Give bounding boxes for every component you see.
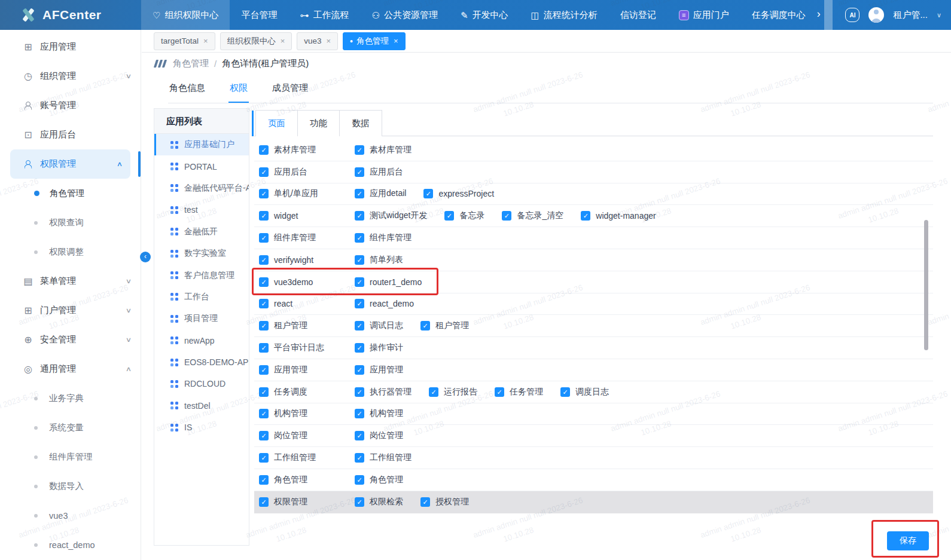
nav-overflow-arrow-icon[interactable]: › bbox=[817, 8, 822, 22]
checkbox-checked-icon[interactable]: ✓ bbox=[259, 321, 269, 331]
vertical-scrollbar-thumb[interactable] bbox=[924, 220, 928, 350]
topnav-item[interactable]: ✎ 开发中心 bbox=[449, 0, 520, 30]
topnav-item[interactable]: 信访登记 bbox=[609, 0, 667, 30]
checkbox-checked-icon[interactable]: ✓ bbox=[259, 167, 269, 177]
checkbox-checked-icon[interactable]: ✓ bbox=[355, 453, 364, 463]
checkbox-checked-icon[interactable]: ✓ bbox=[259, 277, 269, 287]
sidebar-item[interactable]: 账号管理 bbox=[0, 91, 141, 120]
checkbox-checked-icon[interactable]: ✓ bbox=[355, 387, 364, 397]
tab[interactable]: • vue3 × bbox=[297, 32, 338, 50]
user-menu-chevron-down-icon[interactable]: ∨ bbox=[937, 11, 941, 19]
checkbox-checked-icon[interactable]: ✓ bbox=[355, 321, 364, 331]
checkbox-checked-icon[interactable]: ✓ bbox=[259, 409, 269, 418]
checkbox-checked-icon[interactable]: ✓ bbox=[355, 211, 364, 221]
sidebar-item[interactable]: react_demo bbox=[0, 530, 141, 559]
sidebar-item[interactable]: ▤ 菜单管理 ∨ bbox=[0, 267, 141, 296]
checkbox-checked-icon[interactable]: ✓ bbox=[259, 453, 269, 463]
checkbox-checked-icon[interactable]: ✓ bbox=[259, 343, 269, 353]
checkbox-checked-icon[interactable]: ✓ bbox=[423, 189, 433, 198]
checkbox-checked-icon[interactable]: ✓ bbox=[581, 211, 590, 221]
checkbox-checked-icon[interactable]: ✓ bbox=[259, 145, 269, 155]
application-item[interactable]: 工作台 bbox=[154, 286, 249, 308]
checkbox-checked-icon[interactable]: ✓ bbox=[259, 189, 269, 198]
application-item[interactable]: 客户信息管理 bbox=[154, 264, 249, 286]
application-item[interactable]: 项目管理 bbox=[154, 308, 249, 329]
detail-tab[interactable]: 权限 bbox=[228, 78, 249, 103]
user-name[interactable]: 租户管... bbox=[893, 10, 928, 21]
checkbox-checked-icon[interactable]: ✓ bbox=[420, 497, 430, 507]
sidebar-item[interactable]: ⊡ 应用后台 bbox=[0, 120, 141, 149]
sidebar-item[interactable]: 组件库管理 bbox=[0, 442, 141, 472]
topnav-item[interactable]: ⊶ 工作流程 bbox=[288, 0, 360, 30]
application-item[interactable]: 数字实验室 bbox=[154, 243, 249, 264]
checkbox-checked-icon[interactable]: ✓ bbox=[355, 475, 364, 485]
application-item[interactable]: newApp bbox=[154, 330, 249, 351]
topnav-item[interactable]: ≡ 应用门户 bbox=[667, 0, 740, 30]
checkbox-checked-icon[interactable]: ✓ bbox=[355, 431, 364, 440]
tab-close-icon[interactable]: × bbox=[203, 36, 208, 45]
detail-tab[interactable]: 成员管理 bbox=[271, 78, 309, 103]
application-item[interactable]: test bbox=[154, 199, 249, 221]
permission-tab[interactable]: 数据 bbox=[340, 111, 382, 136]
topnav-item[interactable]: ◫ 流程统计分析 bbox=[519, 0, 608, 30]
checkbox-checked-icon[interactable]: ✓ bbox=[259, 497, 269, 507]
checkbox-checked-icon[interactable]: ✓ bbox=[355, 409, 364, 418]
ai-assistant-icon[interactable]: AI bbox=[845, 8, 859, 22]
tab-close-icon[interactable]: × bbox=[281, 36, 285, 45]
checkbox-checked-icon[interactable]: ✓ bbox=[259, 431, 269, 440]
checkbox-checked-icon[interactable]: ✓ bbox=[259, 233, 269, 243]
checkbox-checked-icon[interactable]: ✓ bbox=[355, 167, 364, 177]
breadcrumb-section[interactable]: 角色管理 bbox=[173, 58, 209, 69]
topnav-item[interactable]: ♡ 组织权限中心 bbox=[141, 0, 230, 30]
sidebar-item[interactable]: ⊞ 应用管理 bbox=[0, 32, 141, 62]
tab-close-icon[interactable]: × bbox=[327, 36, 331, 45]
user-avatar[interactable] bbox=[868, 7, 884, 23]
topnav-item[interactable]: 任务调度中心 bbox=[740, 0, 817, 30]
checkbox-checked-icon[interactable]: ✓ bbox=[355, 299, 364, 308]
checkbox-checked-icon[interactable]: ✓ bbox=[355, 145, 364, 155]
sidebar-item[interactable]: ◎ 通用管理 ∧ bbox=[0, 354, 141, 384]
application-item[interactable]: 金融低开 bbox=[154, 221, 249, 243]
application-item[interactable]: PORTAL bbox=[154, 155, 249, 177]
checkbox-checked-icon[interactable]: ✓ bbox=[355, 189, 364, 198]
application-item[interactable]: 金融低代码平台-AFC bbox=[154, 178, 249, 199]
checkbox-checked-icon[interactable]: ✓ bbox=[495, 387, 504, 397]
tab-close-icon[interactable]: × bbox=[394, 36, 398, 45]
checkbox-checked-icon[interactable]: ✓ bbox=[444, 211, 454, 221]
checkbox-checked-icon[interactable]: ✓ bbox=[259, 211, 269, 221]
topnav-item[interactable]: 平台管理 bbox=[230, 0, 288, 30]
checkbox-checked-icon[interactable]: ✓ bbox=[420, 321, 430, 331]
sidebar-collapse-button[interactable]: ‹ bbox=[140, 252, 151, 262]
sidebar-item[interactable]: 角色管理 bbox=[0, 179, 141, 208]
sidebar-item[interactable]: ◷ 组织管理 ∨ bbox=[0, 62, 141, 91]
permission-tab[interactable]: 页面 bbox=[256, 111, 298, 136]
application-item[interactable]: EOS8-DEMO-APP bbox=[154, 351, 249, 373]
checkbox-checked-icon[interactable]: ✓ bbox=[355, 343, 364, 353]
checkbox-checked-icon[interactable]: ✓ bbox=[259, 475, 269, 485]
tab[interactable]: • 组织权限中心 × bbox=[220, 32, 292, 50]
checkbox-checked-icon[interactable]: ✓ bbox=[355, 277, 364, 287]
checkbox-checked-icon[interactable]: ✓ bbox=[429, 387, 438, 397]
detail-tab[interactable]: 角色信息 bbox=[168, 78, 206, 103]
application-item[interactable]: 应用基础门户 bbox=[154, 134, 249, 155]
application-item[interactable]: IS bbox=[154, 417, 249, 438]
sidebar-item[interactable]: 权限调整 bbox=[0, 237, 141, 267]
sidebar-item[interactable]: vue3 bbox=[0, 501, 141, 530]
sidebar-item[interactable]: ⊞ 门户管理 ∨ bbox=[0, 296, 141, 325]
checkbox-checked-icon[interactable]: ✓ bbox=[259, 255, 269, 265]
sidebar-item[interactable]: 权限管理 ∧ bbox=[10, 149, 130, 179]
sidebar-item[interactable]: 业务字典 bbox=[0, 384, 141, 413]
sidebar-item[interactable]: ⊕ 安全管理 ∨ bbox=[0, 325, 141, 354]
topnav-item[interactable]: ⚇ 公共资源管理 bbox=[360, 0, 449, 30]
checkbox-checked-icon[interactable]: ✓ bbox=[259, 365, 269, 375]
application-item[interactable]: testDel bbox=[154, 395, 249, 417]
checkbox-checked-icon[interactable]: ✓ bbox=[502, 211, 511, 221]
tab[interactable]: • targetTotal × bbox=[154, 32, 215, 50]
app-logo[interactable]: AFCenter bbox=[0, 0, 141, 30]
sidebar-item[interactable]: 数据导入 bbox=[0, 472, 141, 501]
checkbox-checked-icon[interactable]: ✓ bbox=[355, 255, 364, 265]
tab[interactable]: • 角色管理 × bbox=[343, 32, 406, 50]
save-button[interactable]: 保存 bbox=[887, 531, 929, 550]
permission-tab[interactable]: 功能 bbox=[298, 111, 340, 136]
sidebar-item[interactable]: 系统变量 bbox=[0, 413, 141, 442]
